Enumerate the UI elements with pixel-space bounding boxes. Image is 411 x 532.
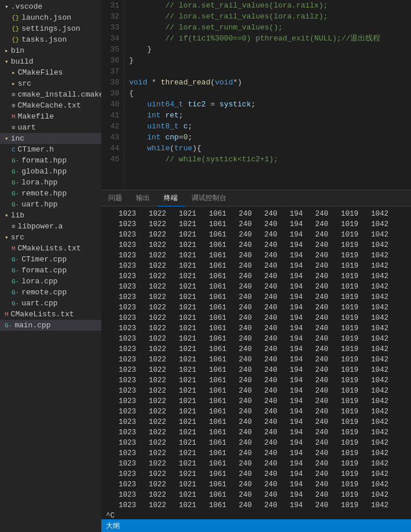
sidebar-item-tasks-json[interactable]: {} tasks.json — [0, 34, 101, 45]
sidebar-item-main-cpp[interactable]: G· main.cpp — [0, 320, 101, 331]
sidebar-item-cmake-files[interactable]: ▸ CMakeFiles — [0, 67, 101, 78]
terminal-cell: 1021 — [166, 271, 196, 282]
sidebar-item-inc[interactable]: ▾ inc — [0, 133, 101, 144]
terminal-cell: 1042 — [358, 407, 388, 417]
terminal-cell: 240 — [252, 219, 277, 230]
terminal-cell: 1019 — [328, 250, 358, 261]
terminal-cell: 240 — [226, 240, 252, 250]
terminal-cell: 240 — [303, 219, 328, 230]
terminal-cell: 1061 — [196, 313, 226, 323]
terminal-cell: 240 — [226, 448, 252, 459]
sidebar-item-format-hpp[interactable]: G· format.hpp — [0, 155, 101, 166]
terminal-row: 102310221021106124024019424010191042 — [106, 490, 406, 500]
terminal-cell: 1021 — [166, 302, 196, 313]
file-icon-tasks-json: {} — [12, 36, 19, 43]
terminal-cell: 1042 — [358, 479, 388, 490]
sidebar-item-vscode[interactable]: ▾ .vscode — [0, 1, 101, 12]
sidebar-item-lib[interactable]: ▾ lib — [0, 210, 101, 221]
terminal-cell: 1042 — [358, 240, 388, 250]
terminal-content[interactable]: 1023102210211061240240194240101910421023… — [101, 206, 411, 519]
panel-tab-debug-console[interactable]: 调试控制台 — [185, 190, 233, 206]
terminal-row: 102310221021106124024019424010191042 — [106, 219, 406, 230]
terminal-cell: 1022 — [136, 209, 166, 219]
sidebar-item-format-cpp[interactable]: G· format.cpp — [0, 265, 101, 276]
terminal-cell: 1022 — [136, 271, 166, 282]
panel-tab-output[interactable]: 输出 — [129, 190, 157, 206]
code-line-40: uint64_t tic2 = systick; — [129, 99, 411, 110]
terminal-cell: 1023 — [106, 313, 136, 323]
sidebar-item-ctimer-h[interactable]: C CTimer.h — [0, 144, 101, 155]
terminal-cell: 1019 — [328, 323, 358, 334]
terminal-cell: 194 — [277, 396, 303, 407]
terminal-cell: 240 — [303, 230, 328, 240]
terminal-cell: 1023 — [106, 448, 136, 459]
sidebar-label-launch-json: launch.json — [21, 13, 71, 22]
sidebar-item-lora-hpp[interactable]: G· lora.hpp — [0, 177, 101, 188]
terminal-row: 102310221021106124024019424010191042 — [106, 500, 406, 511]
sidebar-item-uart-hpp[interactable]: G· uart.hpp — [0, 199, 101, 210]
terminal-cell: 240 — [252, 240, 277, 250]
sidebar-item-settings-json[interactable]: {} settings.json — [0, 23, 101, 34]
terminal-row: 102310221021106124024019424010191042 — [106, 386, 406, 396]
sidebar-item-libpower[interactable]: ≡ libpower.a — [0, 221, 101, 232]
terminal-cell: 240 — [226, 479, 252, 490]
sidebar-item-src[interactable]: ▸ src — [0, 78, 101, 89]
file-icon-ctimer-h: C — [12, 146, 16, 153]
terminal-cell: 240 — [226, 427, 252, 438]
sidebar-item-bin[interactable]: ▸ bin — [0, 45, 101, 56]
code-content[interactable]: // lora.set_rail_values(lora.railx); // … — [124, 0, 411, 190]
terminal-cell: 240 — [226, 230, 252, 240]
terminal-cell: 1042 — [358, 417, 388, 427]
file-icon-cmakelists-src: M — [12, 245, 16, 252]
sidebar-label-makefile: Makefile — [18, 112, 54, 121]
code-line-43: int cnp=0; — [129, 132, 411, 143]
terminal-row: 102310221021106124024019424010191042 — [106, 240, 406, 250]
file-icon-libpower: ≡ — [12, 223, 16, 230]
panel-tab-terminal[interactable]: 终端 — [157, 190, 185, 206]
sidebar-item-cmake-install[interactable]: ≡ cmake_install.cmake — [0, 89, 101, 100]
terminal-cell: 240 — [303, 459, 328, 469]
sidebar-item-cmakelists-root[interactable]: M CMakeLists.txt — [0, 309, 101, 320]
panel-tab-problems[interactable]: 问题 — [101, 190, 129, 206]
terminal-cell: 240 — [303, 448, 328, 459]
terminal-cell: 240 — [252, 459, 277, 469]
code-line-38: void * thread_read(void*) — [129, 77, 411, 88]
terminal-cell: 240 — [303, 407, 328, 417]
sidebar-label-tasks-json: tasks.json — [21, 35, 67, 44]
sidebar-item-build[interactable]: ▾ build — [0, 56, 101, 67]
sidebar-item-uart-cpp[interactable]: G· uart.cpp — [0, 298, 101, 309]
terminal-cell: 1022 — [136, 375, 166, 386]
terminal-cell: 1061 — [196, 427, 226, 438]
terminal-cell: 240 — [226, 323, 252, 334]
file-icon-lora-cpp: G· — [12, 278, 19, 285]
terminal-cell: 194 — [277, 479, 303, 490]
line-number-39: 39 — [101, 88, 119, 99]
terminal-cell: 1042 — [358, 282, 388, 292]
sidebar-item-launch-json[interactable]: {} launch.json — [0, 12, 101, 23]
sidebar-item-remote-cpp[interactable]: G· remote.cpp — [0, 287, 101, 298]
sidebar-item-ctimer-cpp[interactable]: G· CTimer.cpp — [0, 254, 101, 265]
sidebar-item-remote-hpp[interactable]: G· remote.hpp — [0, 188, 101, 199]
terminal-cell: 240 — [252, 438, 277, 448]
sidebar-item-global-hpp[interactable]: G· global.hpp — [0, 166, 101, 177]
sidebar-item-lora-cpp[interactable]: G· lora.cpp — [0, 276, 101, 287]
terminal-cell: 1022 — [136, 292, 166, 302]
sidebar-item-makefile[interactable]: M Makefile — [0, 111, 101, 122]
terminal-row: 102310221021106124024019424010191042 — [106, 344, 406, 354]
sidebar-item-src2[interactable]: ▾ src — [0, 232, 101, 243]
code-line-37 — [129, 66, 411, 77]
sidebar-item-cmakelists-src[interactable]: M CMakeLists.txt — [0, 243, 101, 254]
terminal-row: 102310221021106124024019424010191042 — [106, 479, 406, 490]
terminal-cell: 1019 — [328, 365, 358, 375]
sidebar-label-ctimer-cpp: CTimer.cpp — [21, 255, 67, 264]
sidebar-item-uart[interactable]: ≡ uart — [0, 122, 101, 133]
terminal-cell: 1023 — [106, 219, 136, 230]
terminal-cell: 1022 — [136, 396, 166, 407]
sidebar-item-cmake-cache[interactable]: ≡ CMakeCache.txt — [0, 100, 101, 111]
terminal-cell: 1021 — [166, 365, 196, 375]
terminal-cell: 1022 — [136, 261, 166, 271]
terminal-cell: 1019 — [328, 479, 358, 490]
terminal-cell: 1061 — [196, 271, 226, 282]
terminal-cell: 1022 — [136, 323, 166, 334]
terminal-cell: 1023 — [106, 459, 136, 469]
